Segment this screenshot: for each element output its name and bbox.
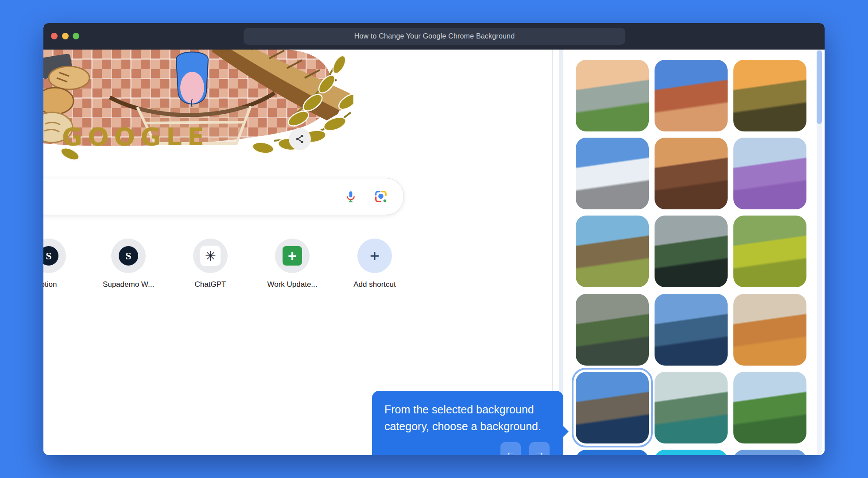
background-thumbnail[interactable] (733, 60, 806, 131)
background-thumbnail-selected[interactable] (576, 372, 649, 443)
window-title: How to Change Your Google Chrome Backgro… (244, 28, 625, 45)
shortcut-circle: + (275, 239, 310, 273)
supademo-icon: S (43, 246, 58, 266)
sheets-icon: + (283, 246, 302, 266)
background-thumbnail[interactable] (655, 450, 728, 455)
supademo-icon: S (119, 246, 138, 266)
shortcut-label: ption (43, 280, 57, 289)
bird-illustration (176, 52, 208, 108)
background-thumbnail[interactable] (655, 294, 728, 366)
background-thumbnail[interactable] (733, 372, 806, 443)
share-doodle-button[interactable] (289, 128, 311, 150)
background-thumbnail[interactable] (576, 216, 649, 287)
doodle-wordmark: GOOGLE (62, 122, 209, 151)
openai-icon: ✳ (200, 246, 221, 266)
shortcut-supademo[interactable]: S Supademo W... (100, 239, 157, 289)
voice-search-icon[interactable] (344, 190, 357, 203)
title-bar: How to Change Your Google Chrome Backgro… (43, 23, 825, 50)
shortcut-circle: S (111, 239, 146, 273)
background-thumbnail[interactable] (576, 138, 649, 209)
background-thumbnail[interactable] (733, 294, 806, 366)
google-doodle[interactable]: GOOGLE (43, 50, 353, 178)
fullscreen-button[interactable] (73, 33, 79, 39)
shortcut-label: ChatGPT (195, 280, 226, 289)
tutorial-tooltip: From the selected background category, c… (372, 391, 563, 455)
arrow-left-icon: ← (506, 446, 516, 455)
tooltip-text: From the selected background category, c… (384, 401, 553, 435)
shortcut-tion[interactable]: S ption (43, 239, 78, 289)
tooltip-back-button[interactable]: ← (500, 442, 521, 455)
background-thumbnail[interactable] (733, 216, 806, 287)
shortcut-chatgpt[interactable]: ✳ ChatGPT (182, 239, 239, 289)
google-lens-icon[interactable] (374, 190, 388, 203)
close-button[interactable] (51, 33, 58, 39)
background-thumbnail[interactable] (655, 372, 728, 443)
background-thumbnail[interactable] (576, 450, 649, 455)
background-thumbnail[interactable] (733, 138, 806, 209)
side-panel-scrollbar-thumb[interactable] (817, 50, 822, 124)
shortcut-label: Add shortcut (353, 280, 395, 289)
arrow-right-icon: → (535, 446, 545, 455)
search-input[interactable] (43, 178, 404, 215)
browser-window: How to Change Your Google Chrome Backgro… (43, 23, 825, 455)
shortcut-work-update[interactable]: + Work Update... (264, 239, 321, 289)
tooltip-forward-button[interactable]: → (529, 442, 550, 455)
tooltip-pointer (563, 426, 569, 437)
shortcut-label: Supademo W... (103, 280, 154, 289)
background-thumbnail[interactable] (733, 450, 806, 455)
background-thumbnail[interactable] (655, 60, 728, 131)
background-thumbnail[interactable] (655, 138, 728, 209)
shortcut-circle: S (43, 239, 66, 273)
background-thumbnail[interactable] (655, 216, 728, 287)
share-icon (294, 134, 305, 144)
add-shortcut-button[interactable]: + Add shortcut (346, 239, 403, 289)
page-content: GOOGLE (43, 50, 825, 455)
shortcut-label: Work Update... (267, 280, 317, 289)
shortcut-circle: + (357, 239, 392, 273)
background-thumbnail[interactable] (576, 294, 649, 366)
background-thumbnail[interactable] (576, 60, 649, 131)
shortcut-circle: ✳ (193, 239, 228, 273)
minimize-button[interactable] (62, 33, 69, 39)
